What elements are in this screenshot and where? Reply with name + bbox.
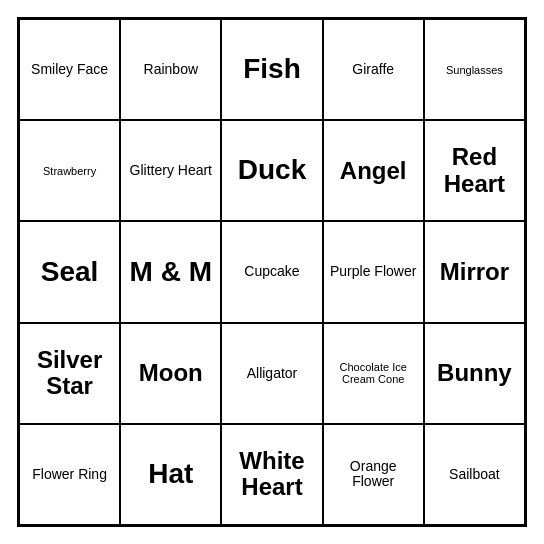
bingo-board: Smiley FaceRainbowFishGiraffeSunglassesS… — [17, 17, 527, 527]
bingo-cell-20: Flower Ring — [19, 424, 120, 525]
cell-label: White Heart — [226, 448, 317, 501]
cell-label: Seal — [41, 257, 99, 288]
cell-label: Moon — [139, 360, 203, 386]
bingo-cell-16: Moon — [120, 323, 221, 424]
bingo-cell-0: Smiley Face — [19, 19, 120, 120]
bingo-cell-13: Purple Flower — [323, 221, 424, 322]
bingo-cell-18: Chocolate Ice Cream Cone — [323, 323, 424, 424]
cell-label: Silver Star — [24, 347, 115, 400]
bingo-cell-15: Silver Star — [19, 323, 120, 424]
bingo-cell-21: Hat — [120, 424, 221, 525]
bingo-cell-3: Giraffe — [323, 19, 424, 120]
cell-label: Duck — [238, 155, 306, 186]
cell-label: Giraffe — [352, 62, 394, 77]
bingo-cell-17: Alligator — [221, 323, 322, 424]
cell-label: Strawberry — [43, 165, 96, 177]
bingo-cell-2: Fish — [221, 19, 322, 120]
cell-label: Mirror — [440, 259, 509, 285]
bingo-cell-23: Orange Flower — [323, 424, 424, 525]
bingo-cell-24: Sailboat — [424, 424, 525, 525]
bingo-cell-11: M & M — [120, 221, 221, 322]
cell-label: Alligator — [247, 366, 298, 381]
bingo-cell-19: Bunny — [424, 323, 525, 424]
bingo-cell-5: Strawberry — [19, 120, 120, 221]
cell-label: M & M — [130, 257, 212, 288]
cell-label: Angel — [340, 158, 407, 184]
cell-label: Cupcake — [244, 264, 299, 279]
bingo-cell-4: Sunglasses — [424, 19, 525, 120]
cell-label: Orange Flower — [328, 459, 419, 490]
cell-label: Glittery Heart — [130, 163, 212, 178]
bingo-cell-12: Cupcake — [221, 221, 322, 322]
bingo-cell-22: White Heart — [221, 424, 322, 525]
bingo-cell-10: Seal — [19, 221, 120, 322]
cell-label: Flower Ring — [32, 467, 107, 482]
bingo-cell-6: Glittery Heart — [120, 120, 221, 221]
bingo-cell-7: Duck — [221, 120, 322, 221]
bingo-cell-1: Rainbow — [120, 19, 221, 120]
cell-label: Sailboat — [449, 467, 500, 482]
cell-label: Hat — [148, 459, 193, 490]
bingo-cell-9: Red Heart — [424, 120, 525, 221]
bingo-cell-8: Angel — [323, 120, 424, 221]
cell-label: Rainbow — [144, 62, 198, 77]
cell-label: Smiley Face — [31, 62, 108, 77]
cell-label: Purple Flower — [330, 264, 416, 279]
cell-label: Fish — [243, 54, 301, 85]
bingo-cell-14: Mirror — [424, 221, 525, 322]
cell-label: Sunglasses — [446, 64, 503, 76]
cell-label: Chocolate Ice Cream Cone — [328, 361, 419, 385]
cell-label: Bunny — [437, 360, 512, 386]
cell-label: Red Heart — [429, 144, 520, 197]
